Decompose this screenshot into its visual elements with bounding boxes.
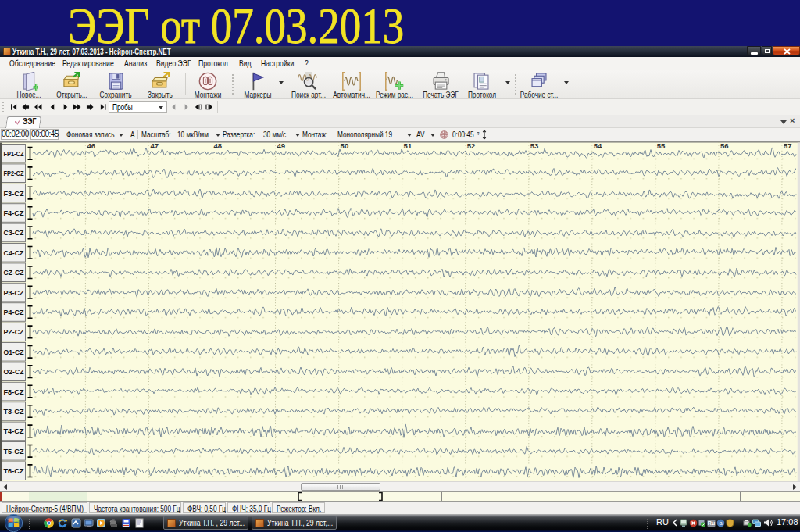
svg-text:O1-CZ: O1-CZ (4, 348, 24, 356)
svg-text:F3-CZ: F3-CZ (4, 190, 25, 198)
svg-text:C3-CZ: C3-CZ (4, 229, 24, 237)
svg-text:55: 55 (657, 141, 666, 150)
svg-text:51: 51 (404, 141, 412, 150)
svg-text:T3-CZ: T3-CZ (4, 408, 25, 416)
svg-text:C4-CZ: C4-CZ (4, 249, 24, 257)
svg-text:F8-CZ: F8-CZ (4, 388, 25, 396)
svg-text:56: 56 (720, 141, 729, 150)
svg-text:Ru: Ru (708, 520, 715, 526)
svg-text:P3-CZ: P3-CZ (4, 289, 24, 297)
svg-text:FP2-CZ: FP2-CZ (4, 170, 24, 177)
svg-text:PZ-CZ: PZ-CZ (4, 328, 24, 336)
svg-text:O2-CZ: O2-CZ (4, 368, 24, 376)
svg-text:T4-CZ: T4-CZ (4, 427, 25, 435)
svg-text:50: 50 (341, 141, 349, 150)
svg-text:P4-CZ: P4-CZ (4, 309, 24, 316)
svg-text:F4-CZ: F4-CZ (4, 209, 25, 217)
svg-text:48: 48 (214, 141, 223, 150)
svg-text:54: 54 (594, 141, 602, 150)
svg-text:57: 57 (784, 141, 792, 150)
svg-text:47: 47 (150, 141, 159, 150)
svg-text:46: 46 (87, 141, 95, 150)
svg-text:52: 52 (467, 141, 476, 150)
svg-text:FP1-CZ: FP1-CZ (4, 150, 24, 158)
svg-text:53: 53 (530, 141, 539, 150)
svg-text:T5-CZ: T5-CZ (4, 448, 25, 455)
svg-text:T6-CZ: T6-CZ (4, 467, 25, 475)
svg-text:49: 49 (277, 141, 286, 150)
svg-text:CZ-CZ: CZ-CZ (4, 269, 24, 277)
